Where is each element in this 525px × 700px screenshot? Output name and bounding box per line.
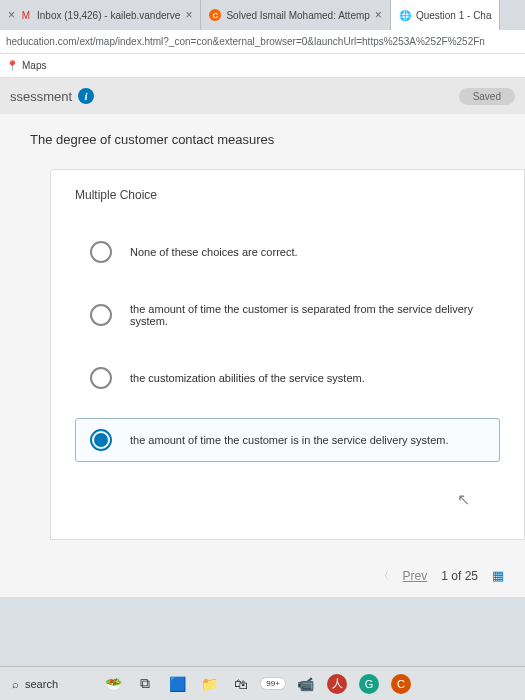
tab-label: Question 1 - Cha bbox=[416, 10, 492, 21]
app-icon-green[interactable]: G bbox=[358, 673, 380, 695]
news-icon[interactable]: 🥗 bbox=[102, 673, 124, 695]
info-icon[interactable]: i bbox=[78, 88, 94, 104]
option-text: the amount of time the customer is in th… bbox=[130, 434, 449, 446]
explorer-icon[interactable]: 📁 bbox=[198, 673, 220, 695]
prev-button[interactable]: Prev bbox=[403, 569, 428, 583]
zoom-icon[interactable]: 📹 bbox=[294, 673, 316, 695]
app-icon-red[interactable]: 人 bbox=[326, 673, 348, 695]
option-4[interactable]: the amount of time the customer is in th… bbox=[75, 418, 500, 462]
question-prompt: The degree of customer contact measures bbox=[30, 132, 525, 147]
question-nav: 〈 Prev 1 of 25 ▦ bbox=[30, 540, 525, 597]
grid-icon[interactable]: ▦ bbox=[492, 568, 503, 583]
mail-badge: 99+ bbox=[260, 677, 286, 690]
close-icon[interactable]: × bbox=[8, 8, 15, 22]
windows-taskbar: ⌕ search 🥗 ⧉ 🟦 📁 🛍 99+ 📹 人 G C bbox=[0, 666, 525, 700]
option-text: None of these choices are correct. bbox=[130, 246, 298, 258]
browser-tab-chegg[interactable]: C Solved Ismail Mohamed: Attemp × bbox=[201, 0, 390, 30]
option-1[interactable]: None of these choices are correct. bbox=[75, 230, 500, 274]
mail-icon[interactable]: 99+ bbox=[262, 673, 284, 695]
store-icon[interactable]: 🛍 bbox=[230, 673, 252, 695]
radio-icon bbox=[90, 367, 112, 389]
assessment-label: ssessment bbox=[10, 89, 72, 104]
maps-icon: 📍 bbox=[6, 60, 18, 71]
chegg-icon: C bbox=[209, 9, 221, 21]
browser-tab-strip: × M Inbox (19,426) - kaileb.vanderve × C… bbox=[0, 0, 525, 30]
question-position: 1 of 25 bbox=[441, 569, 478, 583]
app-icon-orange[interactable]: C bbox=[390, 673, 412, 695]
task-view-icon[interactable]: ⧉ bbox=[134, 673, 156, 695]
saved-status: Saved bbox=[459, 88, 515, 105]
browser-tab-question[interactable]: 🌐 Question 1 - Cha bbox=[391, 0, 501, 30]
tab-label: Solved Ismail Mohamed: Attemp bbox=[226, 10, 369, 21]
cursor-icon: ↖ bbox=[75, 480, 500, 509]
globe-icon: 🌐 bbox=[399, 9, 411, 21]
search-icon: ⌕ bbox=[12, 678, 19, 690]
question-type-label: Multiple Choice bbox=[75, 188, 500, 202]
radio-icon bbox=[90, 241, 112, 263]
address-bar[interactable]: heducation.com/ext/map/index.html?_con=c… bbox=[0, 30, 525, 54]
close-icon[interactable]: × bbox=[375, 8, 382, 22]
bookmark-link[interactable]: Maps bbox=[22, 60, 46, 71]
taskbar-search[interactable]: ⌕ search bbox=[6, 678, 64, 690]
radio-icon bbox=[90, 304, 112, 326]
radio-icon bbox=[90, 429, 112, 451]
option-text: the customization abilities of the servi… bbox=[130, 372, 365, 384]
browser-tab-inbox[interactable]: × M Inbox (19,426) - kaileb.vanderve × bbox=[0, 0, 201, 30]
url-text: heducation.com/ext/map/index.html?_con=c… bbox=[6, 36, 485, 47]
edge-icon[interactable]: 🟦 bbox=[166, 673, 188, 695]
option-2[interactable]: the amount of time the customer is separ… bbox=[75, 292, 500, 338]
close-icon[interactable]: × bbox=[185, 8, 192, 22]
question-card: Multiple Choice None of these choices ar… bbox=[50, 169, 525, 540]
tab-label: Inbox (19,426) - kaileb.vanderve bbox=[37, 10, 180, 21]
option-3[interactable]: the customization abilities of the servi… bbox=[75, 356, 500, 400]
question-area: The degree of customer contact measures … bbox=[0, 114, 525, 597]
gmail-icon: M bbox=[20, 9, 32, 21]
chevron-left-icon[interactable]: 〈 bbox=[379, 569, 389, 583]
search-label: search bbox=[25, 678, 58, 690]
option-text: the amount of time the customer is separ… bbox=[130, 303, 485, 327]
assessment-header: ssessment i Saved bbox=[0, 78, 525, 114]
bookmarks-bar: 📍 Maps bbox=[0, 54, 525, 78]
